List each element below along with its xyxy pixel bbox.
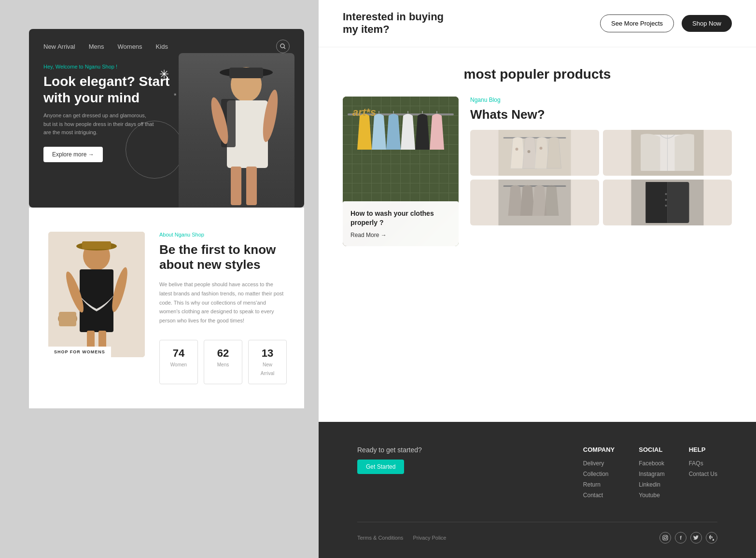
facebook-icon[interactable]: f — [675, 532, 686, 544]
twitter-icon[interactable] — [690, 532, 702, 544]
svg-point-50 — [665, 199, 667, 201]
footer-link-instagram[interactable]: Instagram — [639, 471, 664, 477]
interested-text-line1: Interested in buying — [343, 11, 444, 23]
instagram-svg — [662, 535, 668, 541]
top-bar-text: Interested in buying my item? — [343, 11, 592, 36]
clothing-svg-4 — [603, 180, 732, 225]
footer-link-return[interactable]: Return — [583, 481, 615, 488]
social-title: SOCIAL — [639, 446, 664, 453]
stat-new-arrival-number: 13 — [257, 347, 278, 360]
twitter-svg — [693, 535, 699, 540]
svg-point-37 — [516, 148, 518, 151]
blog-card: art*s How to wash your clothes properly … — [343, 97, 459, 246]
svg-point-38 — [528, 150, 531, 153]
whats-new-section: Nganu Blog Whats New? — [470, 97, 732, 225]
svg-point-39 — [540, 147, 543, 150]
stat-mens-label: Mens — [217, 362, 229, 367]
search-button[interactable] — [276, 40, 290, 53]
blog-card-title: How to wash your clothes properly ? — [350, 209, 451, 226]
about-image-wrap: SHOP FOR WOMENS — [48, 232, 145, 357]
stat-women: 74 Women — [159, 340, 198, 384]
stat-new-arrival-label: New Arrival — [261, 362, 274, 376]
get-started-button[interactable]: Get Started — [357, 460, 404, 474]
hero-section: New Arrival Mens Womens Kids Hey, Welcom… — [29, 29, 304, 208]
footer-link-facebook[interactable]: Facebook — [639, 460, 664, 467]
svg-point-51 — [665, 205, 667, 207]
footer-top: Ready to get started? Get Started COMPAN… — [357, 446, 717, 502]
svg-point-0 — [280, 44, 284, 48]
whats-new-title: Whats New? — [470, 107, 732, 122]
about-description: We belive that people should have access… — [159, 280, 287, 325]
stat-mens: 62 Mens — [204, 340, 242, 384]
shop-now-button[interactable]: Shop Now — [682, 15, 732, 32]
footer: Ready to get started? Get Started COMPAN… — [319, 422, 756, 558]
svg-rect-9 — [231, 167, 241, 205]
footer-link-youtube[interactable]: Youtube — [639, 492, 664, 499]
footer-cta-text: Ready to get started? — [357, 446, 454, 454]
arts-badge: art*s — [352, 106, 376, 119]
stat-women-number: 74 — [168, 347, 189, 360]
footer-link-faqs[interactable]: FAQs — [689, 460, 717, 467]
blog-label: Nganu Blog — [470, 97, 732, 103]
hero-content: Hey, Welcome to Nganu Shop ! Look elegan… — [29, 64, 304, 162]
instagram-icon[interactable] — [659, 532, 671, 544]
footer-legal: Terms & Conditions Privacy Police — [357, 535, 446, 541]
svg-rect-19 — [59, 312, 76, 326]
about-title: Be the first to know about new styles — [159, 242, 287, 272]
top-bar: Interested in buying my item? See More P… — [319, 0, 756, 47]
clothing-svg-2 — [603, 130, 732, 176]
svg-line-1 — [284, 47, 285, 49]
facebook-letter: f — [680, 535, 682, 541]
right-panel: Interested in buying my item? See More P… — [319, 0, 756, 558]
footer-col-company: COMPANY Delivery Collection Return Conta… — [583, 446, 615, 502]
svg-rect-47 — [646, 182, 668, 223]
footer-social-icons: f — [659, 532, 717, 544]
spacer — [319, 256, 756, 422]
svg-rect-10 — [246, 167, 257, 205]
whats-new-item-3[interactable] — [470, 180, 599, 225]
about-label: About Nganu Shop — [159, 232, 287, 237]
svg-point-53 — [664, 537, 667, 539]
nav-item-womens[interactable]: Womens — [118, 43, 142, 50]
nav-item-new-arrival[interactable]: New Arrival — [43, 43, 75, 50]
about-content: About Nganu Shop Be the first to know ab… — [159, 232, 287, 384]
read-more-link[interactable]: Read More → — [350, 232, 451, 238]
about-section: SHOP FOR WOMENS About Nganu Shop Be the … — [29, 208, 304, 408]
blog-card-overlay: How to wash your clothes properly ? Read… — [343, 201, 459, 246]
whats-new-grid — [470, 130, 732, 225]
whats-new-item-1[interactable] — [470, 130, 599, 176]
footer-link-contact-us[interactable]: Contact Us — [689, 471, 717, 477]
pinterest-svg — [709, 535, 714, 541]
search-icon — [280, 43, 286, 49]
see-more-projects-button[interactable]: See More Projects — [600, 14, 674, 32]
nav-item-kids[interactable]: Kids — [156, 43, 168, 50]
footer-link-linkedin[interactable]: Linkedin — [639, 481, 664, 488]
about-model-svg — [48, 232, 145, 357]
svg-rect-14 — [82, 241, 111, 249]
company-title: COMPANY — [583, 446, 615, 453]
whats-new-item-2[interactable] — [603, 130, 732, 176]
footer-link-collection[interactable]: Collection — [583, 471, 615, 477]
left-panel: New Arrival Mens Womens Kids Hey, Welcom… — [0, 0, 319, 558]
shop-for-womens-badge[interactable]: SHOP FOR WOMENS — [48, 347, 111, 357]
section-title: most populer products — [343, 67, 732, 82]
whats-new-item-4[interactable] — [603, 180, 732, 225]
popular-section: most populer products — [319, 47, 756, 256]
stat-new-arrival: 13 New Arrival — [248, 340, 287, 384]
pinterest-icon[interactable] — [706, 532, 717, 544]
hero-tagline: Hey, Welcome to Nganu Shop ! — [43, 64, 290, 70]
terms-link[interactable]: Terms & Conditions — [357, 535, 403, 541]
footer-cta: Ready to get started? Get Started — [357, 446, 454, 474]
footer-columns: COMPANY Delivery Collection Return Conta… — [483, 446, 717, 502]
explore-more-button[interactable]: Explore more → — [43, 147, 103, 162]
clothing-svg-3 — [470, 180, 599, 225]
footer-bottom: Terms & Conditions Privacy Police f — [357, 522, 717, 544]
hero-description: Anyone can get dressed up and glamorous,… — [43, 112, 154, 137]
footer-link-contact[interactable]: Contact — [583, 492, 615, 499]
nav-item-mens[interactable]: Mens — [89, 43, 104, 50]
svg-rect-15 — [80, 269, 113, 332]
footer-link-delivery[interactable]: Delivery — [583, 460, 615, 467]
stat-mens-number: 62 — [213, 347, 233, 360]
stat-women-label: Women — [170, 362, 187, 367]
privacy-link[interactable]: Privacy Police — [413, 535, 446, 541]
